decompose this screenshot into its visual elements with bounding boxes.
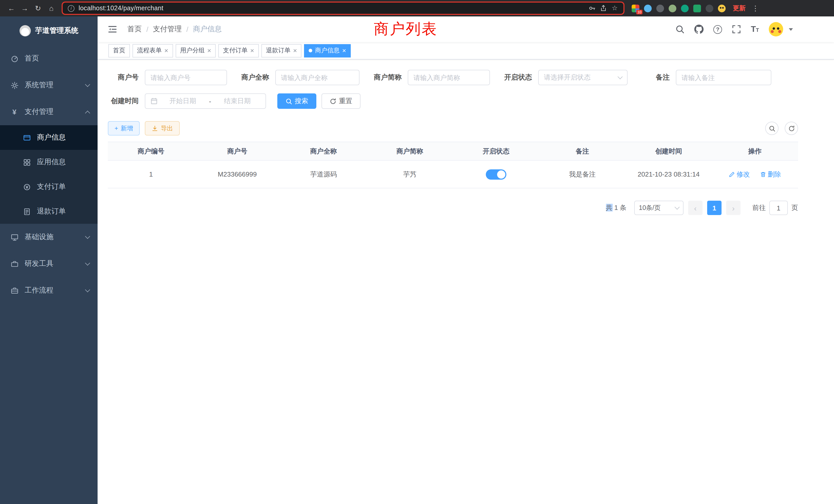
- fullscreen-icon[interactable]: [732, 25, 741, 34]
- tab-refund-order[interactable]: 退款订单 ×: [261, 44, 302, 57]
- delete-link[interactable]: 删除: [760, 169, 781, 179]
- profile-avatar-icon[interactable]: [668, 4, 676, 12]
- breadcrumb-item[interactable]: 首页: [127, 25, 142, 34]
- browser-toolbar: ← → ↻ ⌂ i localhost:1024/pay/merchant ☆ …: [0, 0, 834, 17]
- tab-label: 商户信息: [315, 46, 340, 55]
- extension-icon[interactable]: [644, 4, 652, 12]
- merchant-no-input[interactable]: [145, 70, 227, 85]
- sidebar-item-app-info[interactable]: 应用信息: [0, 150, 97, 175]
- add-button[interactable]: + 新增: [108, 121, 140, 136]
- tab-label: 支付订单: [223, 46, 247, 55]
- page-size-select[interactable]: 10条/页: [634, 201, 683, 215]
- total-prefix: 共: [606, 204, 612, 211]
- filter-row-2: 创建时间 开始日期 - 结束日期 搜索: [108, 93, 824, 109]
- tags-view: 首页 流程表单 × 用户分组 × 支付订单 × 退款订单 ×: [97, 42, 834, 60]
- search-button-label: 搜索: [295, 96, 308, 106]
- full-name-input[interactable]: [275, 70, 359, 85]
- reload-icon[interactable]: ↻: [32, 2, 44, 14]
- github-icon[interactable]: [694, 25, 704, 34]
- sidebar-item-label: 工作流程: [25, 286, 53, 295]
- field-label: 商户全称: [238, 73, 269, 82]
- tab-user-group[interactable]: 用户分组 ×: [175, 44, 216, 57]
- goto-page-input[interactable]: [769, 201, 788, 215]
- chevron-down-icon: [85, 82, 90, 87]
- extension-icon[interactable]: [656, 4, 664, 12]
- tab-close-icon[interactable]: ×: [293, 47, 297, 54]
- search-button[interactable]: 搜索: [277, 93, 316, 109]
- emoji-avatar-icon[interactable]: [718, 4, 726, 12]
- status-select[interactable]: 请选择开启状态: [538, 70, 628, 85]
- tab-home[interactable]: 首页: [108, 44, 130, 57]
- field-label: 备注: [639, 73, 670, 82]
- sidebar-item-devtools[interactable]: 研发工具: [0, 250, 97, 277]
- cell-merchant-no: M233666999: [194, 160, 280, 188]
- export-button[interactable]: 导出: [145, 121, 180, 136]
- tab-process-form[interactable]: 流程表单 ×: [132, 44, 173, 57]
- sidebar-item-infra[interactable]: 基础设施: [0, 224, 97, 250]
- column-header: 商户编号: [108, 142, 194, 160]
- logo-title: 芋道管理系统: [35, 26, 78, 36]
- extension-icon[interactable]: 10: [632, 4, 639, 12]
- date-separator: -: [208, 97, 212, 105]
- page-number-button[interactable]: 1: [707, 201, 722, 215]
- filter-short-name: 商户简称: [371, 70, 490, 85]
- browser-update-button[interactable]: 更新: [733, 4, 746, 13]
- back-icon[interactable]: ←: [5, 2, 18, 14]
- user-avatar[interactable]: [769, 22, 783, 37]
- cell-remark: 我是备注: [539, 160, 626, 188]
- breadcrumb: 首页 / 支付管理 / 商户信息: [127, 25, 222, 34]
- breadcrumb-separator: /: [186, 25, 189, 33]
- column-header: 操作: [712, 142, 798, 160]
- avatar-caret-icon[interactable]: [789, 28, 793, 30]
- sidebar-item-label: 研发工具: [25, 259, 53, 269]
- date-range-picker[interactable]: 开始日期 - 结束日期: [145, 93, 266, 109]
- tab-pay-order[interactable]: 支付订单 ×: [218, 44, 259, 57]
- sidebar-item-system[interactable]: 系统管理: [0, 72, 97, 98]
- prev-page-icon[interactable]: ‹: [688, 201, 703, 215]
- header-search-icon[interactable]: [675, 25, 684, 34]
- sidebar-item-workflow[interactable]: 工作流程: [0, 277, 97, 304]
- logo[interactable]: 芋道管理系统: [0, 17, 97, 45]
- calendar-icon: [151, 97, 158, 105]
- key-icon[interactable]: [589, 5, 596, 12]
- status-toggle[interactable]: [486, 169, 506, 179]
- url-text: localhost:1024/pay/merchant: [79, 5, 163, 12]
- tab-label: 退款订单: [266, 46, 291, 55]
- forward-icon[interactable]: →: [19, 2, 31, 14]
- sidebar-item-refund-order[interactable]: 退款订单: [0, 199, 97, 224]
- sidebar-item-home[interactable]: 首页: [0, 45, 97, 72]
- remark-input[interactable]: [676, 70, 771, 85]
- tab-close-icon[interactable]: ×: [164, 47, 168, 54]
- reset-button[interactable]: 重置: [322, 93, 360, 109]
- home-icon[interactable]: ⌂: [45, 2, 58, 14]
- chevron-down-icon: [617, 74, 623, 79]
- show-search-toggle-icon[interactable]: [765, 122, 778, 135]
- extension-icon[interactable]: [693, 4, 701, 12]
- field-label: 开启状态: [501, 73, 532, 82]
- site-info-icon[interactable]: i: [68, 5, 74, 12]
- sidebar-item-pay-order[interactable]: 支付订单: [0, 175, 97, 199]
- browser-menu-icon[interactable]: ⋮: [752, 4, 759, 12]
- tab-merchant-info[interactable]: 商户信息 ×: [304, 44, 351, 57]
- tab-close-icon[interactable]: ×: [207, 47, 211, 54]
- next-page-icon[interactable]: ›: [726, 201, 741, 215]
- merchant-card-icon: [23, 134, 31, 142]
- font-size-icon[interactable]: TT: [751, 25, 759, 33]
- extension-icon[interactable]: [706, 4, 713, 12]
- refresh-table-icon[interactable]: [785, 122, 798, 135]
- bookmark-star-icon[interactable]: ☆: [611, 5, 618, 12]
- trash-icon: [760, 171, 766, 177]
- annotation-text: 商户列表: [374, 19, 438, 40]
- short-name-input[interactable]: [408, 70, 490, 85]
- help-icon[interactable]: ?: [713, 25, 722, 33]
- sidebar-item-payment[interactable]: ¥ 支付管理: [0, 98, 97, 125]
- edit-link[interactable]: 修改: [729, 169, 750, 179]
- address-bar[interactable]: i localhost:1024/pay/merchant ☆: [62, 2, 624, 15]
- sidebar-item-merchant-info[interactable]: 商户信息: [0, 125, 97, 150]
- tab-close-icon[interactable]: ×: [342, 47, 346, 54]
- extension-icon[interactable]: [681, 4, 689, 12]
- sidebar-fold-icon[interactable]: [105, 22, 120, 37]
- breadcrumb-item[interactable]: 支付管理: [153, 25, 182, 34]
- share-icon[interactable]: [600, 5, 607, 12]
- tab-close-icon[interactable]: ×: [250, 47, 254, 54]
